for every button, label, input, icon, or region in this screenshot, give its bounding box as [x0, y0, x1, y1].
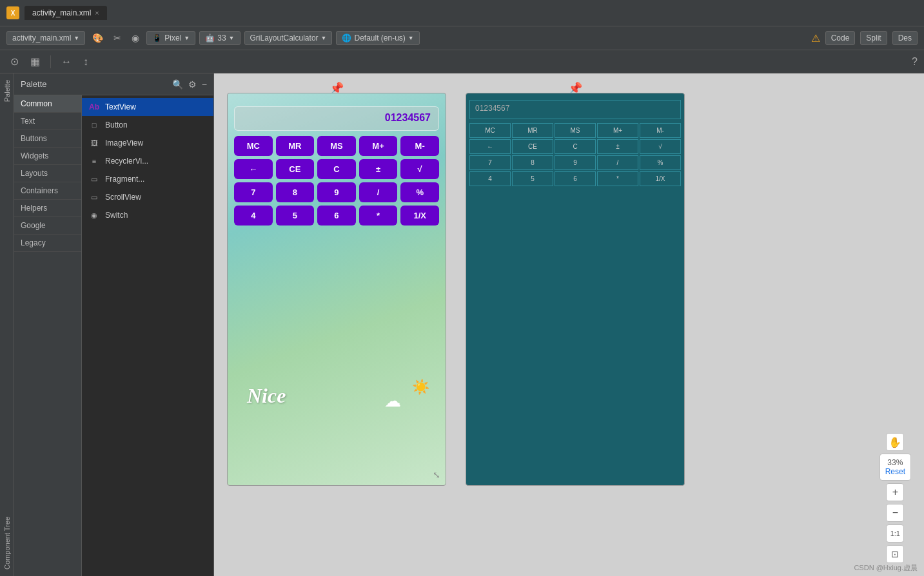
p2-btn-ce[interactable]: CE: [512, 139, 553, 154]
btn-mc[interactable]: MC: [234, 136, 273, 156]
eye-btn[interactable]: ⊙: [6, 53, 23, 70]
phone1-row1: MC MR MS M+ M-: [234, 136, 439, 156]
p2-btn-sqrt[interactable]: √: [640, 139, 681, 154]
palette-item-switch[interactable]: ◉ Switch: [82, 206, 213, 224]
palette-item-button[interactable]: □ Button: [82, 116, 213, 134]
phone2-row4: 4 5 6 * 1/X: [469, 171, 681, 186]
phone1-calculator: 01234567 MC MR MS M+ M- ← CE C ± √: [234, 106, 439, 229]
btn-pct[interactable]: %: [400, 182, 439, 202]
btn-9[interactable]: 9: [317, 182, 356, 202]
palette-header: Palette 🔍 ⚙ −: [14, 73, 213, 95]
main-toolbar: activity_main.xml ▼ 🎨 ✂ ◉ 📱 Pixel ▼ 🤖 33…: [0, 26, 924, 50]
btn-mr[interactable]: MR: [276, 136, 315, 156]
design-btn[interactable]: Des: [892, 31, 918, 45]
palette-item-scrollview[interactable]: ▭ ScrollView: [82, 188, 213, 206]
btn-4[interactable]: 4: [234, 206, 273, 226]
palette-category-containers[interactable]: Containers: [14, 182, 81, 200]
p2-btn-7[interactable]: 7: [469, 155, 511, 170]
zoom-controls: ✋ 33% Reset + − 1:1 ⊡: [880, 433, 911, 563]
palette-category-common[interactable]: Common: [14, 95, 81, 113]
btn-mminus[interactable]: M-: [400, 136, 439, 156]
eye-toggle-btn[interactable]: ◉: [128, 31, 143, 45]
palette-item-recyclerview[interactable]: ≡ RecyclerVi...: [82, 152, 213, 170]
palette-category-helpers[interactable]: Helpers: [14, 200, 81, 217]
arrows-h-btn[interactable]: ↔: [57, 54, 75, 70]
zoom-ratio-btn[interactable]: 1:1: [886, 524, 904, 542]
zoom-out-btn[interactable]: −: [886, 504, 904, 522]
zoom-reset-btn[interactable]: Reset: [885, 467, 905, 476]
file-dropdown-btn[interactable]: activity_main.xml ▼: [6, 31, 85, 45]
p2-btn-mminus[interactable]: M-: [640, 123, 681, 138]
p2-btn-4[interactable]: 4: [469, 171, 511, 186]
p2-btn-5[interactable]: 5: [512, 171, 553, 186]
api-dropdown-btn[interactable]: 🤖 33 ▼: [199, 31, 240, 45]
device-dropdown-btn[interactable]: 📱 Pixel ▼: [146, 31, 195, 45]
palette-sidebar-label[interactable]: Palette: [3, 80, 11, 102]
btn-mul[interactable]: *: [359, 206, 398, 226]
nice-text: Nice: [247, 384, 286, 408]
component-tree-sidebar-label[interactable]: Component Tree: [3, 517, 11, 570]
p2-btn-ms[interactable]: MS: [555, 123, 596, 138]
palette-toggle-sidebar: Palette Component Tree: [0, 73, 14, 576]
hand-tool-btn[interactable]: ✋: [886, 433, 904, 451]
palette-category-layouts[interactable]: Layouts: [14, 165, 81, 182]
palette-categories: Common Text Buttons Widgets Layouts Cont…: [14, 95, 82, 576]
p2-btn-plusminus[interactable]: ±: [597, 139, 638, 154]
p2-btn-mr[interactable]: MR: [512, 123, 553, 138]
p2-btn-recip[interactable]: 1/X: [640, 171, 681, 186]
p2-btn-pct[interactable]: %: [640, 155, 681, 170]
design-toggle-btn[interactable]: 🎨: [89, 31, 106, 45]
btn-5[interactable]: 5: [276, 206, 315, 226]
palette-category-legacy[interactable]: Legacy: [14, 235, 81, 252]
btn-mplus[interactable]: M+: [359, 136, 398, 156]
help-icon[interactable]: ?: [912, 56, 918, 68]
p2-btn-8[interactable]: 8: [512, 155, 553, 170]
code-btn[interactable]: Code: [825, 31, 856, 45]
btn-recip[interactable]: 1/X: [400, 206, 439, 226]
fragment-icon: ▭: [88, 173, 100, 185]
resize-handle[interactable]: ⤡: [433, 470, 440, 480]
locale-dropdown-btn[interactable]: 🌐 Default (en-us) ▼: [336, 31, 419, 45]
split-btn[interactable]: Split: [860, 31, 887, 45]
p2-btn-div[interactable]: /: [597, 155, 638, 170]
app-dropdown-btn[interactable]: GriLayoutCalculator ▼: [244, 31, 333, 45]
btn-ce[interactable]: CE: [276, 159, 315, 179]
btn-ms[interactable]: MS: [317, 136, 356, 156]
palette-category-text[interactable]: Text: [14, 113, 81, 130]
arrows-v-btn[interactable]: ↕: [79, 54, 92, 70]
p2-btn-mc[interactable]: MC: [469, 123, 511, 138]
palette-item-fragment[interactable]: ▭ Fragment...: [82, 170, 213, 188]
p2-btn-mul[interactable]: *: [597, 171, 638, 186]
btn-c[interactable]: C: [317, 159, 356, 179]
toolbar-separator: [50, 55, 51, 68]
btn-8[interactable]: 8: [276, 182, 315, 202]
p2-btn-6[interactable]: 6: [555, 171, 596, 186]
grid-btn[interactable]: ▦: [26, 53, 44, 70]
palette-category-google[interactable]: Google: [14, 217, 81, 235]
scrollview-icon: ▭: [88, 191, 100, 203]
file-tab[interactable]: activity_main.xml ×: [25, 6, 107, 20]
collapse-icon[interactable]: −: [202, 79, 207, 90]
p2-btn-9[interactable]: 9: [555, 155, 596, 170]
btn-sqrt[interactable]: √: [400, 159, 439, 179]
btn-back[interactable]: ←: [234, 159, 273, 179]
cut-toggle-btn[interactable]: ✂: [110, 31, 124, 45]
settings-icon[interactable]: ⚙: [188, 79, 197, 90]
btn-div[interactable]: /: [359, 182, 398, 202]
btn-7[interactable]: 7: [234, 182, 273, 202]
palette-category-widgets[interactable]: Widgets: [14, 148, 81, 165]
palette-item-textview[interactable]: Ab TextView: [82, 98, 213, 116]
palette-category-buttons[interactable]: Buttons: [14, 130, 81, 148]
tab-close-icon[interactable]: ×: [95, 9, 99, 17]
p2-btn-c[interactable]: C: [555, 139, 596, 154]
search-icon[interactable]: 🔍: [172, 79, 183, 90]
recyclerview-icon: ≡: [88, 155, 100, 167]
btn-plusminus[interactable]: ±: [359, 159, 398, 179]
palette-item-imageview[interactable]: 🖼 ImageView: [82, 134, 213, 152]
zoom-in-btn[interactable]: +: [886, 483, 904, 501]
p2-btn-mplus[interactable]: M+: [597, 123, 638, 138]
btn-6[interactable]: 6: [317, 206, 356, 226]
zoom-fit-btn[interactable]: ⊡: [886, 545, 904, 563]
warning-icon: ⚠: [811, 32, 820, 44]
p2-btn-back[interactable]: ←: [469, 139, 511, 154]
